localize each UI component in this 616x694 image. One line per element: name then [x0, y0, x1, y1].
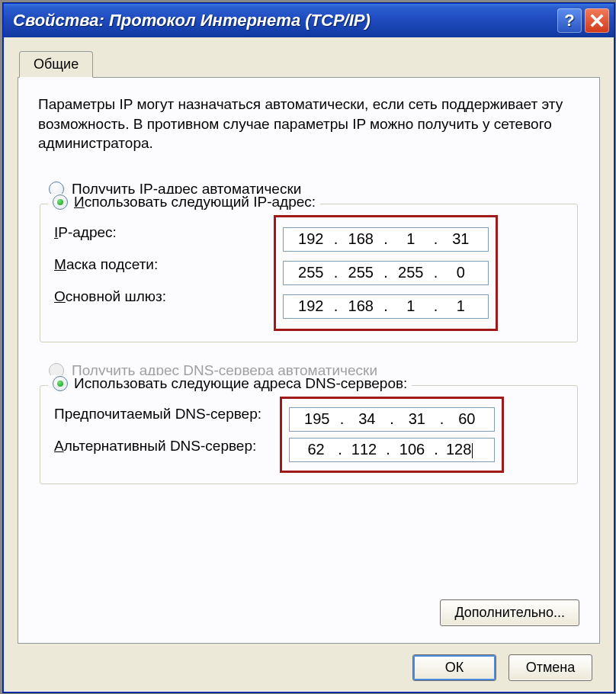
- radio-icon: [53, 194, 68, 210]
- label-subnet-mask: Маска подсети:: [54, 256, 283, 273]
- window-title: Свойства: Протокол Интернета (TCP/IP): [13, 11, 554, 31]
- dialog-footer: ОК Отмена: [18, 644, 600, 681]
- radio-ip-manual[interactable]: Использовать следующий IP-адрес:: [48, 194, 320, 210]
- input-dns-preferred[interactable]: 195. 34. 31. 60: [289, 407, 495, 432]
- ok-button[interactable]: ОК: [412, 654, 496, 681]
- group-ip-manual: Использовать следующий IP-адрес: IP-адре…: [40, 204, 578, 342]
- radio-ip-manual-label: Использовать следующий IP-адрес:: [74, 194, 316, 210]
- advanced-button[interactable]: Дополнительно...: [440, 599, 579, 626]
- text-cursor: [472, 443, 473, 458]
- input-dns-alternate[interactable]: 62. 112. 106. 128: [289, 438, 495, 462]
- radio-icon: [53, 376, 68, 391]
- input-gateway[interactable]: 192. 168. 1. 1: [283, 294, 489, 319]
- highlight-dns-fields: 195. 34. 31. 60 62. 112. 106. 12: [284, 401, 499, 468]
- input-ip-address[interactable]: 192. 168. 1. 31: [283, 227, 489, 252]
- titlebar[interactable]: Свойства: Протокол Интернета (TCP/IP) ?: [4, 4, 614, 37]
- radio-dns-manual-label: Использовать следующие адреса DNS-сервер…: [74, 375, 407, 392]
- label-gateway: Основной шлюз:: [54, 288, 283, 305]
- label-dns-preferred: Предпочитаемый DNS-сервер:: [54, 406, 289, 423]
- client-area: Общие Параметры IP могут назначаться авт…: [4, 37, 614, 692]
- tab-page-general: Параметры IP могут назначаться автоматич…: [18, 77, 600, 644]
- input-subnet-mask[interactable]: 255. 255. 255. 0: [283, 261, 489, 285]
- label-dns-alternate: Альтернативный DNS-сервер:: [54, 438, 289, 455]
- help-button[interactable]: ?: [557, 8, 582, 33]
- tab-strip: Общие: [18, 51, 600, 78]
- tab-general-label: Общие: [34, 56, 79, 72]
- label-ip-address: IP-адрес:: [54, 224, 283, 241]
- cancel-button[interactable]: Отмена: [509, 654, 592, 681]
- radio-dns-manual[interactable]: Использовать следующие адреса DNS-сервер…: [48, 375, 412, 392]
- dialog-window: Свойства: Протокол Интернета (TCP/IP) ? …: [3, 3, 614, 692]
- help-icon: ?: [564, 11, 574, 31]
- tab-general[interactable]: Общие: [19, 51, 93, 78]
- group-dns-manual: Использовать следующие адреса DNS-сервер…: [40, 385, 578, 484]
- close-icon: [590, 14, 604, 27]
- intro-text: Параметры IP могут назначаться автоматич…: [38, 95, 579, 153]
- close-button[interactable]: [585, 8, 609, 33]
- highlight-ip-fields: 192. 168. 1. 31 255. 255. 255. 0: [278, 220, 493, 326]
